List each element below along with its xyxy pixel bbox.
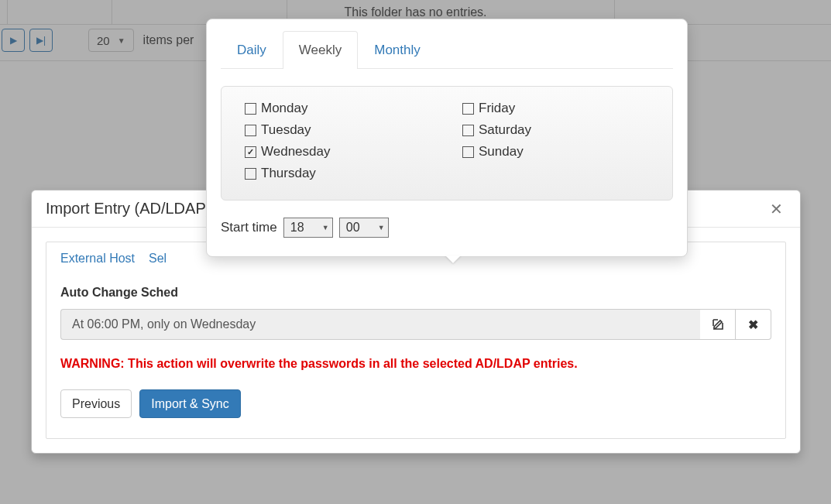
close-icon[interactable]: ✕ [767, 201, 786, 217]
day-sunday[interactable]: Sunday [462, 144, 649, 159]
checkbox-icon [462, 103, 474, 115]
day-monday[interactable]: Monday [245, 101, 431, 116]
frequency-tabs: Daily Weekly Monthly [221, 30, 673, 69]
edit-schedule-button[interactable] [700, 309, 736, 340]
day-label: Saturday [479, 122, 531, 138]
minute-value: 00 [346, 221, 360, 235]
tab-daily[interactable]: Daily [221, 31, 283, 69]
weekday-selector: Monday Friday Tuesday Saturday Wednesday… [221, 86, 673, 201]
day-wednesday[interactable]: Wednesday [245, 144, 431, 159]
import-sync-button[interactable]: Import & Sync [139, 389, 240, 418]
minute-select[interactable]: 00 ▼ [339, 218, 389, 238]
edit-icon [712, 318, 724, 331]
checkbox-icon [462, 146, 474, 158]
tab-external-host[interactable]: External Host [60, 252, 135, 275]
schedule-section-title: Auto Change Sched [60, 286, 771, 300]
chevron-down-icon: ▼ [322, 224, 329, 231]
day-label: Wednesday [261, 144, 330, 159]
day-label: Tuesday [261, 122, 311, 138]
day-label: Monday [261, 101, 307, 116]
hour-value: 18 [290, 221, 304, 235]
clear-schedule-button[interactable]: ✖ [736, 309, 771, 340]
popover-arrow [445, 255, 461, 263]
day-thursday[interactable]: Thursday [245, 166, 431, 181]
close-icon: ✖ [748, 317, 758, 332]
modal-panel: External Host Sel Auto Change Sched At 0… [46, 242, 786, 439]
hour-select[interactable]: 18 ▼ [283, 218, 333, 238]
checkbox-icon [245, 146, 256, 158]
schedule-text: At 06:00 PM, only on Wednesday [60, 309, 700, 340]
schedule-summary: At 06:00 PM, only on Wednesday ✖ [60, 309, 771, 340]
day-tuesday[interactable]: Tuesday [245, 122, 431, 138]
day-saturday[interactable]: Saturday [462, 122, 649, 138]
checkbox-icon [462, 125, 474, 136]
checkbox-icon [245, 103, 256, 115]
day-label: Sunday [479, 144, 524, 159]
modal-title: Import Entry (AD/LDAP) [46, 200, 211, 218]
tab-select[interactable]: Sel [149, 252, 167, 275]
chevron-down-icon: ▼ [378, 224, 385, 231]
checkbox-icon [245, 168, 256, 180]
tab-weekly[interactable]: Weekly [283, 31, 358, 69]
checkbox-icon [245, 125, 256, 136]
tab-monthly[interactable]: Monthly [358, 31, 437, 69]
start-time-label: Start time [221, 220, 277, 235]
day-friday[interactable]: Friday [462, 101, 649, 116]
day-label: Friday [479, 101, 515, 116]
day-label: Thursday [261, 166, 316, 181]
schedule-popover: Daily Weekly Monthly Monday Friday Tuesd… [206, 19, 688, 257]
warning-text: WARNING: This action will overwrite the … [60, 357, 771, 371]
previous-button[interactable]: Previous [60, 389, 132, 418]
